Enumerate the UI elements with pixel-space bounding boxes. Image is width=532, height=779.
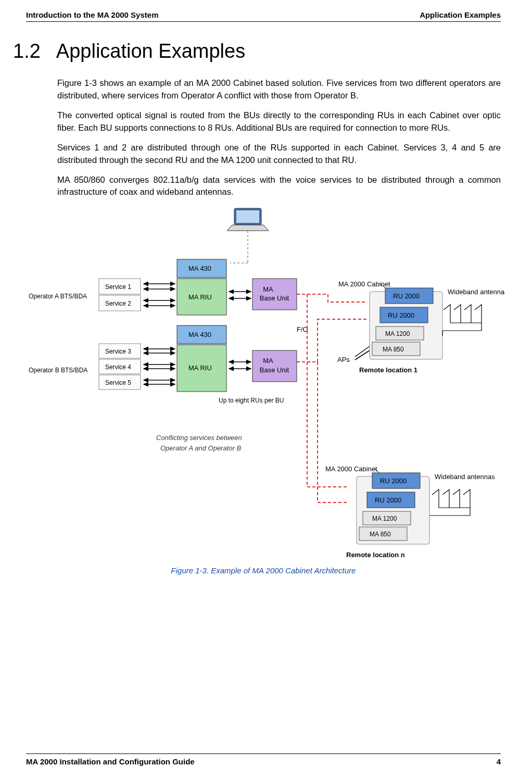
paragraph-1: Figure 1-3 shows an example of an MA 200…: [57, 77, 501, 102]
footer-page-number: 4: [497, 757, 501, 766]
ru2000-na: RU 2000: [380, 477, 407, 485]
service-3: Service 3: [105, 348, 131, 355]
section-number: 1.2: [13, 40, 41, 62]
architecture-diagram: Operator A BTS/BDA Service 1 Service 2 M…: [26, 206, 505, 560]
ma430-a: MA 430: [188, 265, 211, 272]
paragraph-4: MA 850/860 converges 802.11a/b/g data se…: [57, 174, 501, 199]
service-5: Service 5: [105, 379, 131, 386]
mabu-b2: Base Unit: [260, 366, 289, 374]
mariu-b: MA RIU: [188, 364, 212, 372]
ru2000-nb: RU 2000: [375, 496, 401, 504]
remote1-label: Remote location 1: [359, 366, 417, 374]
aps-label: APs: [337, 356, 350, 363]
upto-label: Up to eight RUs per BU: [219, 397, 284, 404]
paragraph-3: Services 1 and 2 are distributed through…: [57, 142, 501, 167]
ma1200-n: MA 1200: [372, 515, 397, 522]
page-header: Introduction to the MA 2000 System Appli…: [26, 10, 501, 22]
svg-rect-1: [236, 210, 259, 223]
figure-caption: Figure 1-3. Example of MA 2000 Cabinet A…: [26, 566, 501, 575]
paragraph-2: The converted optical signal is routed f…: [57, 109, 501, 134]
operator-a-label: Operator A BTS/BDA: [29, 293, 87, 300]
page-footer: MA 2000 Installation and Configuration G…: [26, 753, 501, 766]
svg-marker-2: [227, 225, 269, 231]
fo-label: F/O: [297, 325, 308, 333]
mariu-a: MA RIU: [188, 293, 212, 301]
conflict-2: Operator A and Operator B: [160, 444, 241, 452]
ma850-n: MA 850: [370, 531, 391, 538]
service-4: Service 4: [105, 363, 131, 371]
section-heading: 1.2 Application Examples: [13, 40, 501, 62]
wideband-1: Wideband antennas: [448, 288, 505, 296]
conflict-1: Conflicting services between: [156, 434, 242, 442]
mabu-b1: MA: [263, 357, 273, 365]
ma1200-1: MA 1200: [385, 330, 410, 337]
section-title: Application Examples: [56, 40, 245, 62]
operator-b-label: Operator B BTS/BDA: [29, 367, 87, 374]
ma430-b: MA 430: [188, 331, 211, 338]
ma850-1: MA 850: [383, 346, 404, 353]
service-1: Service 1: [105, 283, 131, 291]
laptop-icon: [227, 208, 269, 263]
header-left: Introduction to the MA 2000 System: [26, 10, 158, 19]
cabinetn-label: MA 2000 Cabinet: [325, 465, 377, 473]
service-2: Service 2: [105, 300, 131, 307]
mabu-a2: Base Unit: [260, 294, 289, 302]
wideband-n: Wideband antennas: [435, 473, 495, 481]
footer-left: MA 2000 Installation and Configuration G…: [26, 757, 195, 766]
cabinet1-label: MA 2000 Cabinet: [338, 280, 390, 288]
ru2000-1b: RU 2000: [388, 311, 414, 319]
header-right: Application Examples: [420, 10, 501, 19]
ru2000-1a: RU 2000: [393, 292, 420, 300]
remoten-label: Remote location n: [346, 551, 405, 559]
mabu-a1: MA: [263, 285, 273, 293]
